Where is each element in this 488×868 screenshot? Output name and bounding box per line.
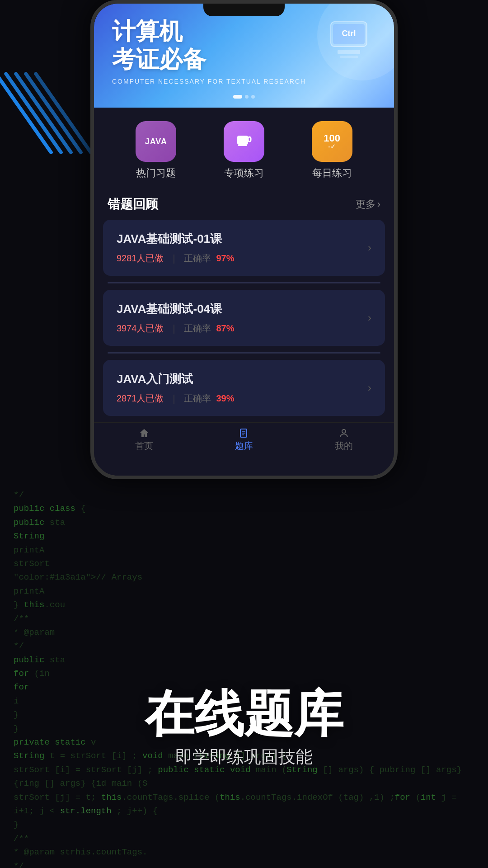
course-info-3: JAVA入门测试 2871人已做 ｜ 正确率 39% xyxy=(117,371,235,405)
hero-decoration: Ctrl xyxy=(317,13,380,76)
card-arrow-3: › xyxy=(368,382,371,394)
svg-rect-4 xyxy=(340,56,358,58)
phone-screen: 计算机 考证必备 COMPUTER NECESSARY FOR TEXTUAL … xyxy=(94,4,394,476)
dot-2 xyxy=(245,95,249,99)
rate-label-1: 正确率 xyxy=(184,252,211,264)
tab-bar: 首页 题库 我的 xyxy=(94,422,394,456)
course-title-1: JAVA基础测试-01课 xyxy=(117,231,235,247)
svg-text:Ctrl: Ctrl xyxy=(342,29,356,38)
course-stats-1: 9281人已做 ｜ 正确率 97% xyxy=(117,252,235,264)
main-content: JAVA 热门习题 专项练习 xyxy=(94,108,394,416)
course-title-3: JAVA入门测试 xyxy=(117,371,235,387)
tab-home[interactable]: 首页 xyxy=(94,428,194,452)
book-icon xyxy=(239,428,249,438)
svg-rect-5 xyxy=(237,136,248,145)
svg-point-12 xyxy=(342,429,346,433)
special-label: 专项练习 xyxy=(224,166,264,180)
course-stats-2: 3974人已做 ｜ 正确率 87% xyxy=(117,322,235,335)
stat-divider-1: ｜ xyxy=(169,252,178,264)
more-button[interactable]: 更多 › xyxy=(356,198,380,211)
phone-notch xyxy=(203,4,285,16)
phone-frame: 计算机 考证必备 COMPUTER NECESSARY FOR TEXTUAL … xyxy=(90,0,398,479)
stat-count-1: 9281人已做 xyxy=(117,252,164,264)
course-title-2: JAVA基础测试-04课 xyxy=(117,301,235,317)
course-info-2: JAVA基础测试-04课 3974人已做 ｜ 正确率 87% xyxy=(117,301,235,335)
stat-divider-2: ｜ xyxy=(169,322,178,335)
tab-questions[interactable]: 题库 xyxy=(194,428,294,452)
hero-title: 计算机 考证必备 xyxy=(112,17,206,74)
stat-count-2: 3974人已做 xyxy=(117,322,164,335)
section-header: 错题回顾 更多 › xyxy=(103,189,385,220)
person-icon xyxy=(339,428,349,438)
daily-inner: 100 -✓ xyxy=(324,133,340,150)
code-background-bottom: */public class { public sta String print… xyxy=(0,479,488,868)
coffee-svg xyxy=(234,131,254,152)
card-arrow-2: › xyxy=(368,311,371,324)
rate-label-3: 正确率 xyxy=(184,392,211,405)
tab-mine[interactable]: 我的 xyxy=(294,428,394,452)
stat-count-3: 2871人已做 xyxy=(117,392,164,405)
svg-rect-3 xyxy=(338,50,360,54)
stat-divider-3: ｜ xyxy=(169,392,178,405)
home-icon xyxy=(139,428,149,438)
course-card-2[interactable]: JAVA基础测试-04课 3974人已做 ｜ 正确率 87% › xyxy=(103,290,385,346)
java-icon-box: JAVA xyxy=(136,121,176,162)
section-title: 错题回顾 xyxy=(108,196,158,213)
chevron-right-icon: › xyxy=(377,198,380,210)
rate-value-1: 97% xyxy=(216,253,235,264)
big-title: 在线题库 xyxy=(0,689,488,739)
coffee-icon-box xyxy=(224,121,264,162)
card-arrow-1: › xyxy=(368,241,371,254)
hero-dots xyxy=(233,95,255,99)
rate-value-3: 39% xyxy=(216,393,235,404)
daily-icon-box: 100 -✓ xyxy=(312,121,352,162)
course-card-1[interactable]: JAVA基础测试-01课 9281人已做 ｜ 正确率 97% › xyxy=(103,220,385,276)
icon-item-hot[interactable]: JAVA 热门习题 xyxy=(136,121,176,180)
svg-rect-6 xyxy=(248,137,251,142)
hot-label: 热门习题 xyxy=(136,166,176,180)
icon-grid: JAVA 热门习题 专项练习 xyxy=(103,108,385,189)
course-stats-3: 2871人已做 ｜ 正确率 39% xyxy=(117,392,235,405)
big-subtitle: 即学即练巩固技能 xyxy=(0,745,488,769)
rate-label-2: 正确率 xyxy=(184,322,211,335)
card-sep-1 xyxy=(108,282,380,283)
card-sep-2 xyxy=(108,352,380,354)
icon-item-special[interactable]: 专项练习 xyxy=(224,121,264,180)
daily-label: 每日练习 xyxy=(312,166,352,180)
dot-3 xyxy=(251,95,255,99)
dot-1 xyxy=(233,95,242,99)
hero-deco-svg: Ctrl xyxy=(317,13,380,76)
rate-value-2: 87% xyxy=(216,323,235,334)
course-info-1: JAVA基础测试-01课 9281人已做 ｜ 正确率 97% xyxy=(117,231,235,264)
hero-subtitle: COMPUTER NECESSARY FOR TEXTUAL RESEARCH xyxy=(112,78,306,85)
big-title-section: 在线题库 即学即练巩固技能 xyxy=(0,689,488,769)
icon-item-daily[interactable]: 100 -✓ 每日练习 xyxy=(312,121,352,180)
hero-banner: 计算机 考证必备 COMPUTER NECESSARY FOR TEXTUAL … xyxy=(94,4,394,108)
course-card-3[interactable]: JAVA入门测试 2871人已做 ｜ 正确率 39% › xyxy=(103,360,385,416)
java-label: JAVA xyxy=(145,137,167,146)
svg-rect-7 xyxy=(238,145,247,146)
